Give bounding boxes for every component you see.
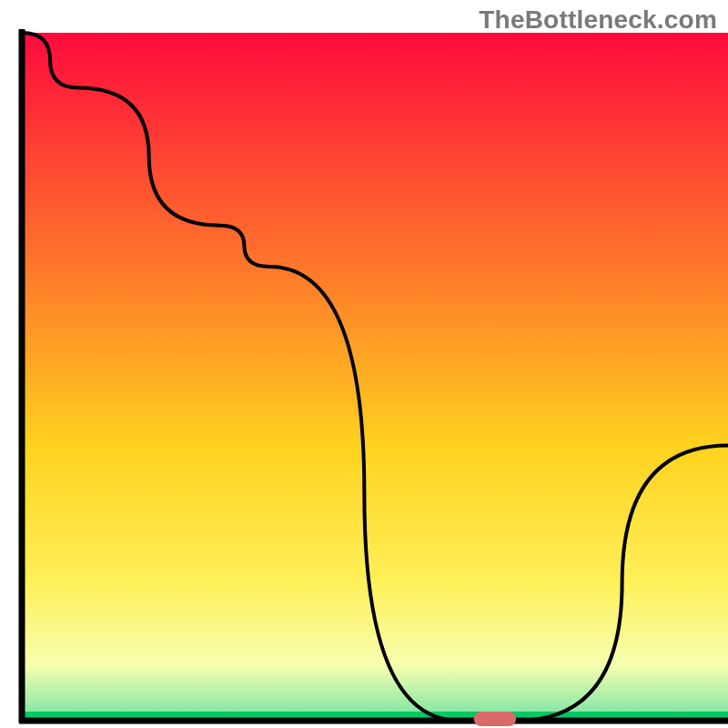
sweet-spot-marker xyxy=(474,712,517,726)
bottleneck-chart: TheBottleneck.com xyxy=(0,0,728,728)
chart-canvas xyxy=(0,0,728,728)
watermark-label: TheBottleneck.com xyxy=(479,5,717,35)
